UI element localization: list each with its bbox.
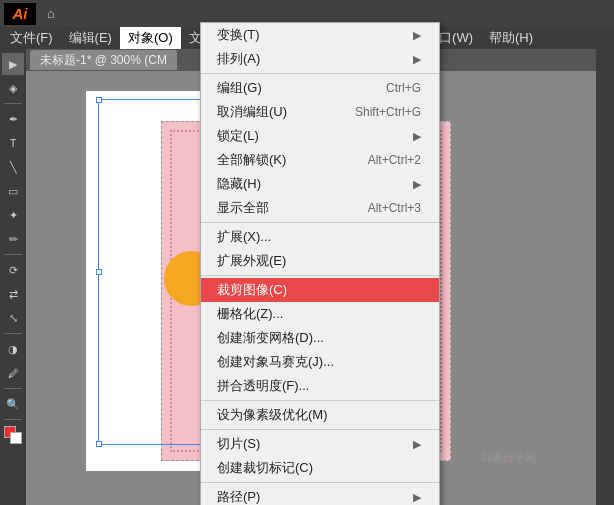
tool-direct-select[interactable]: ◈ [2,77,24,99]
menu-item-arrange[interactable]: 排列(A) ▶ [201,47,439,71]
menu-item-flatten-transparency[interactable]: 拼合透明度(F)... [201,374,439,398]
sep-5 [201,429,439,430]
menu-item-mosaic[interactable]: 创建对象马赛克(J)... [201,350,439,374]
sep-4 [201,400,439,401]
menu-item-crop-image[interactable]: 裁剪图像(C) [201,278,439,302]
menu-item-hide-label: 隐藏(H) [217,175,261,193]
menu-item-group[interactable]: 编组(G) Ctrl+G [201,76,439,100]
menu-item-expand-label: 扩展(X)... [217,228,271,246]
arrow-icon: ▶ [413,29,421,42]
menu-item-crop-marks[interactable]: 创建裁切标记(C) [201,456,439,480]
tool-fill[interactable] [2,424,24,446]
menu-item-ungroup-shortcut: Shift+Ctrl+G [355,105,421,119]
tool-eyedropper[interactable]: 🖉 [2,362,24,384]
arrow-icon: ▶ [413,491,421,504]
menu-item-ungroup[interactable]: 取消编组(U) Shift+Ctrl+G [201,100,439,124]
tool-paintbrush[interactable]: ✦ [2,204,24,226]
object-menu-dropdown[interactable]: 变换(T) ▶ 排列(A) ▶ 编组(G) Ctrl+G 取消编组(U) Shi… [200,22,440,505]
menu-item-slice[interactable]: 切片(S) ▶ [201,432,439,456]
tool-rotate[interactable]: ⟳ [2,259,24,281]
watermark: 我要自学网 [481,450,536,465]
tool-pen[interactable]: ✒ [2,108,24,130]
menu-item-rasterize[interactable]: 栅格化(Z)... [201,302,439,326]
menu-item-lock[interactable]: 锁定(L) ▶ [201,124,439,148]
menu-item-slice-label: 切片(S) [217,435,260,453]
menu-item-crop-image-label: 裁剪图像(C) [217,281,287,299]
menu-item-unlock-all-shortcut: Alt+Ctrl+2 [368,153,421,167]
menu-item-flatten-transparency-label: 拼合透明度(F)... [217,377,309,395]
menu-item-ungroup-label: 取消编组(U) [217,103,287,121]
menu-item-lock-label: 锁定(L) [217,127,259,145]
tool-pencil[interactable]: ✏ [2,228,24,250]
sep-6 [201,482,439,483]
menu-item-gradient-mesh-label: 创建渐变网格(D)... [217,329,324,347]
tool-separator-5 [4,419,22,420]
menu-edit[interactable]: 编辑(E) [61,27,120,49]
tool-shape[interactable]: ▭ [2,180,24,202]
menu-item-path-label: 路径(P) [217,488,260,505]
tool-line[interactable]: ╲ [2,156,24,178]
arrow-icon: ▶ [413,178,421,191]
menu-item-unlock-all-label: 全部解锁(K) [217,151,286,169]
menu-item-gradient-mesh[interactable]: 创建渐变网格(D)... [201,326,439,350]
menu-item-expand[interactable]: 扩展(X)... [201,225,439,249]
menu-item-transform[interactable]: 变换(T) ▶ [201,23,439,47]
tool-scale[interactable]: ⤡ [2,307,24,329]
menu-item-pixel-perfect-label: 设为像素级优化(M) [217,406,328,424]
tool-zoom[interactable]: 🔍 [2,393,24,415]
tool-blend[interactable]: ◑ [2,338,24,360]
menu-item-group-shortcut: Ctrl+G [386,81,421,95]
menu-object[interactable]: 对象(O) [120,27,181,49]
arrow-icon: ▶ [413,53,421,66]
menu-item-show-all-shortcut: Alt+Ctrl+3 [368,201,421,215]
menu-item-show-all[interactable]: 显示全部 Alt+Ctrl+3 [201,196,439,220]
arrow-icon: ▶ [413,438,421,451]
arrow-icon: ▶ [413,130,421,143]
menu-item-expand-appearance[interactable]: 扩展外观(E) [201,249,439,273]
app-logo: Ai [4,3,36,25]
toolbar: ▶ ◈ ✒ T ╲ ▭ ✦ ✏ ⟳ ⇄ ⤡ ◑ 🖉 🔍 [0,49,26,505]
sep-2 [201,222,439,223]
sep-1 [201,73,439,74]
document-tab[interactable]: 未标题-1* @ 300% (CM [30,50,177,70]
home-icon[interactable]: ⌂ [42,4,60,23]
menu-item-arrange-label: 排列(A) [217,50,260,68]
menu-item-show-all-label: 显示全部 [217,199,269,217]
tool-separator-2 [4,254,22,255]
right-panel [596,49,614,505]
tool-type[interactable]: T [2,132,24,154]
menu-item-pixel-perfect[interactable]: 设为像素级优化(M) [201,403,439,427]
menu-file[interactable]: 文件(F) [2,27,61,49]
menu-item-expand-appearance-label: 扩展外观(E) [217,252,286,270]
tool-separator-4 [4,388,22,389]
tool-separator-1 [4,103,22,104]
tool-mirror[interactable]: ⇄ [2,283,24,305]
tool-separator-3 [4,333,22,334]
menu-item-rasterize-label: 栅格化(Z)... [217,305,283,323]
menu-item-transform-label: 变换(T) [217,26,260,44]
menu-item-mosaic-label: 创建对象马赛克(J)... [217,353,334,371]
sep-3 [201,275,439,276]
menu-item-crop-marks-label: 创建裁切标记(C) [217,459,313,477]
menu-item-path[interactable]: 路径(P) ▶ [201,485,439,505]
menu-item-unlock-all[interactable]: 全部解锁(K) Alt+Ctrl+2 [201,148,439,172]
tool-select[interactable]: ▶ [2,53,24,75]
menu-item-group-label: 编组(G) [217,79,262,97]
menu-item-hide[interactable]: 隐藏(H) ▶ [201,172,439,196]
menu-help[interactable]: 帮助(H) [481,27,541,49]
